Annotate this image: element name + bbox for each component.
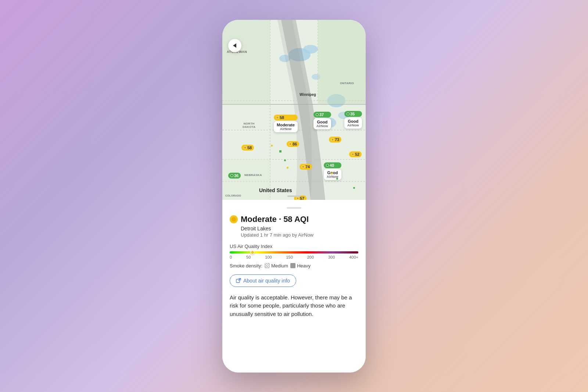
updated-text: Updated 1 hr 7 min ago by AirNow xyxy=(230,232,358,238)
callout-good-37: Good AirNow xyxy=(313,118,331,129)
marker-badge-58: 58 xyxy=(274,115,298,121)
marker-badge-58-left: 58 xyxy=(241,145,254,151)
back-button[interactable] xyxy=(228,39,241,52)
drag-handle[interactable] xyxy=(287,195,301,197)
marker-badge-40: 40 xyxy=(324,162,341,168)
marker-86[interactable]: 86 xyxy=(287,141,299,147)
marker-badge-74: 74 xyxy=(300,164,312,170)
marker-badge-37: 37 xyxy=(313,112,331,118)
aqi-status-icon xyxy=(230,215,238,223)
marker-58-moderate[interactable]: 58 Moderate AirNow xyxy=(274,115,298,132)
callout-moderate: Moderate AirNow xyxy=(274,121,298,132)
external-link-icon xyxy=(236,278,241,283)
smoke-medium-label: Medium xyxy=(265,263,288,269)
svg-rect-16 xyxy=(318,20,366,104)
dot-3 xyxy=(287,167,288,169)
svg-rect-17 xyxy=(222,159,270,200)
marker-36[interactable]: 36 xyxy=(228,173,241,179)
aqi-title: Moderate · 58 AQI xyxy=(241,215,309,224)
map-label-north-dakota: NORTHDAKOTA xyxy=(243,122,255,129)
aqi-header: Moderate · 58 AQI xyxy=(230,215,358,224)
svg-point-3 xyxy=(303,45,318,54)
map-label-winnipeg: Winnipeg xyxy=(300,93,316,97)
smoke-density-label: Smoke density: xyxy=(230,263,262,269)
aqi-bar xyxy=(230,251,358,253)
smoke-density-row: Smoke density: Medium Heavy xyxy=(230,263,358,269)
marker-badge-86: 86 xyxy=(287,141,299,147)
aqi-index-label: US Air Quality Index xyxy=(230,244,358,249)
scale-50: 50 xyxy=(246,255,251,259)
marker-58-left[interactable]: 58 xyxy=(241,145,254,151)
scale-400: 400+ xyxy=(349,255,358,259)
marker-badge-73: 73 xyxy=(329,137,341,143)
marker-37-good[interactable]: 37 Good AirNow xyxy=(313,112,331,129)
aqi-bar-container xyxy=(230,251,358,253)
phone-container: ATCHEWAN Winnipeg ONTARIO NORTHDAKOTA NE… xyxy=(222,20,366,373)
marker-74[interactable]: 74 xyxy=(300,164,312,170)
dot-4 xyxy=(271,145,273,147)
marker-35-good[interactable]: 35 Good AirNow xyxy=(344,111,362,129)
back-arrow-icon xyxy=(233,43,236,48)
scale-150: 150 xyxy=(286,255,293,259)
dot-5 xyxy=(331,172,333,174)
callout-good-35: Good AirNow xyxy=(344,118,362,129)
marker-40-good[interactable]: 40 Good AirNow xyxy=(324,162,341,180)
scale-100: 100 xyxy=(265,255,272,259)
callout-good-40: Good AirNow xyxy=(324,169,341,180)
map-label-nebraska: NEBRASKA xyxy=(244,173,262,177)
about-air-quality-button[interactable]: About air quality info xyxy=(230,274,296,287)
map-label-ontario: ONTARIO xyxy=(340,82,354,85)
marker-badge-35: 35 xyxy=(344,111,362,117)
marker-badge-52: 52 xyxy=(349,151,362,157)
marker-73[interactable]: 73 xyxy=(329,137,341,143)
scale-200: 200 xyxy=(307,255,314,259)
marker-52[interactable]: 52 xyxy=(349,151,362,157)
scale-300: 300 xyxy=(328,255,335,259)
scale-0: 0 xyxy=(230,255,232,259)
dot-2 xyxy=(284,159,286,161)
panel-divider xyxy=(287,207,301,209)
smoke-heavy-label: Heavy xyxy=(290,263,311,269)
aqi-indicator xyxy=(250,250,255,255)
map-label-kansas: KANSAS xyxy=(279,199,293,200)
location-name: Detroit Lakes xyxy=(230,226,358,231)
dot-7 xyxy=(353,187,355,189)
map-section: ATCHEWAN Winnipeg ONTARIO NORTHDAKOTA NE… xyxy=(222,20,366,200)
air-quality-description: Air quality is acceptable. However, ther… xyxy=(230,294,358,319)
smoke-medium-text: Medium xyxy=(271,263,288,269)
aqi-scale: 0 50 100 150 200 300 400+ xyxy=(230,255,358,259)
smoke-heavy-text: Heavy xyxy=(297,263,311,269)
dot-6 xyxy=(336,178,338,180)
about-button-label: About air quality info xyxy=(243,278,290,284)
map-label-colorado: COLORADO xyxy=(225,194,241,197)
dot-1 xyxy=(279,150,282,152)
smoke-medium-icon xyxy=(265,263,270,268)
svg-rect-18 xyxy=(236,279,240,283)
smoke-heavy-icon xyxy=(290,263,295,268)
marker-badge-36: 36 xyxy=(228,173,241,179)
svg-rect-15 xyxy=(222,20,270,104)
map-label-united-states: United States xyxy=(259,187,292,193)
info-panel: Moderate · 58 AQI Detroit Lakes Updated … xyxy=(222,200,366,373)
